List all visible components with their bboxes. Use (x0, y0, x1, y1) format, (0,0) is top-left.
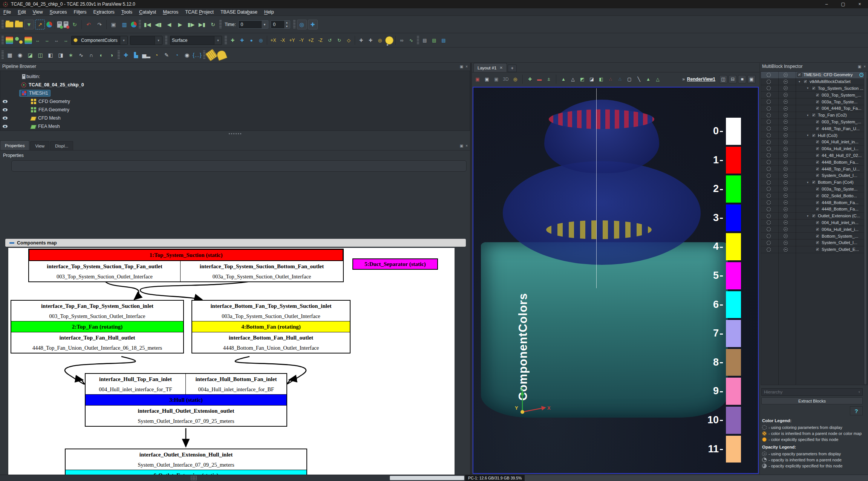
help-button[interactable]: ? (850, 406, 863, 415)
show-center-axes-button[interactable]: ✚ (366, 36, 375, 45)
block-checkbox[interactable]: ✓ (811, 133, 816, 138)
opacity-state-icon[interactable] (784, 120, 788, 124)
menu-sources[interactable]: Sources (46, 9, 70, 15)
pipeline-row[interactable]: CFD Geometry (0, 97, 470, 106)
opacity-state-icon[interactable] (784, 207, 788, 211)
visibility-eye-icon[interactable] (2, 100, 8, 103)
edit-color-map-button[interactable] (15, 36, 23, 45)
undock-icon[interactable]: ▣ (460, 144, 463, 148)
color-state-icon[interactable] (767, 200, 771, 204)
selection-subtract-button[interactable]: ▬ (535, 75, 543, 83)
hover-points-button[interactable]: ╲ (635, 75, 643, 83)
multiblock-row[interactable]: ▾✓Top_System_Suction ... (761, 85, 867, 92)
opacity-state-icon[interactable] (784, 153, 788, 157)
ruler-button[interactable] (205, 49, 217, 61)
palette-button[interactable] (130, 21, 137, 28)
select-cells-on-button[interactable]: ▲ (559, 75, 568, 83)
toolbar-grip[interactable] (293, 20, 295, 29)
vcr-loop-button[interactable]: ↻ (208, 20, 218, 29)
save-screenshot-button[interactable]: ▣ (473, 75, 482, 83)
scrollbar[interactable] (864, 72, 867, 384)
opacity-state-icon[interactable] (784, 126, 788, 131)
vcr-prev-button[interactable]: ◀▮ (153, 20, 163, 29)
expression-manager-button[interactable]: {…} (193, 51, 202, 60)
color-state-icon[interactable] (767, 133, 771, 137)
spin-up-icon[interactable]: ▴ (284, 21, 290, 25)
multiblock-row[interactable]: ✓4448_Top_Fan_U... (761, 125, 867, 132)
rotate-ccw-button[interactable]: ↺ (326, 36, 334, 45)
split-horizontal-button[interactable]: ◫ (719, 75, 727, 83)
interactive-select-cells-button[interactable]: ∴ (606, 75, 615, 83)
toolbar-grip[interactable] (165, 36, 167, 45)
chevron-down-icon[interactable]: ▾ (120, 36, 127, 45)
color-state-icon[interactable] (767, 113, 771, 117)
block-checkbox[interactable]: ✓ (815, 240, 820, 245)
expand-arrow-icon[interactable]: ▾ (807, 181, 811, 184)
histogram-button[interactable]: ▅▂ (142, 51, 151, 60)
multiblock-row[interactable]: ✓4448_Bottom_Fa... (761, 199, 867, 206)
hierarchy-select[interactable]: Hierarchy ▾ (761, 388, 863, 396)
chevron-down-icon[interactable]: ▾ (214, 36, 222, 45)
close-icon[interactable]: × (863, 65, 866, 69)
maximize-button[interactable]: ▢ (835, 0, 851, 8)
opacity-state-icon[interactable] (784, 200, 788, 204)
select-points-through-button[interactable]: ◪ (588, 75, 596, 83)
zoom-to-data-button[interactable]: ✚ (238, 36, 246, 45)
opacity-state-icon[interactable] (784, 227, 788, 231)
color-state-icon[interactable] (767, 207, 771, 211)
model-top-fan[interactable] (549, 109, 654, 129)
multiblock-row[interactable]: ✓003_Top_System_... (761, 92, 867, 98)
zoom-closest-button[interactable]: ◎ (257, 36, 265, 45)
block-checkbox[interactable]: ✓ (815, 153, 820, 158)
interactive-select-points-button[interactable]: ∴ (616, 75, 624, 83)
block-checkbox[interactable]: ✓ (815, 234, 820, 238)
expand-arrow-icon[interactable]: ▾ (807, 86, 811, 90)
pipeline-row[interactable]: CFD Mesh (0, 114, 470, 122)
opacity-state-icon[interactable] (784, 73, 788, 77)
multiblock-row[interactable]: ✓TMESH1: CFD Geometry (761, 72, 867, 78)
collapse-icon[interactable] (9, 240, 14, 245)
pipeline-row[interactable]: FEA Mesh (0, 122, 470, 131)
toolbar-grip[interactable] (417, 36, 419, 45)
block-checkbox[interactable]: ✓ (797, 72, 802, 77)
camera-path-button[interactable]: ∿ (407, 36, 415, 45)
toolbar-grip[interactable] (2, 36, 4, 45)
headlight-button[interactable] (385, 36, 393, 45)
block-checkbox[interactable]: ✓ (811, 86, 816, 91)
color-state-icon[interactable] (767, 187, 771, 191)
find-data-button[interactable]: ◉ (182, 51, 191, 60)
visibility-eye-icon[interactable] (2, 108, 8, 112)
undock-icon[interactable]: ▣ (858, 65, 861, 69)
model-bottom-fan[interactable] (546, 220, 652, 239)
chevron-down-icon[interactable]: ▾ (858, 390, 860, 394)
close-icon[interactable]: × (465, 144, 468, 148)
color-state-icon[interactable] (767, 80, 771, 84)
contour-filter-button[interactable]: ◉ (15, 51, 24, 60)
block-checkbox[interactable]: ✓ (815, 194, 820, 198)
toolbar-grip[interactable] (2, 51, 4, 60)
reset-camera-closest-button[interactable]: ● (247, 36, 256, 45)
multiblock-row[interactable]: ✓003a_Top_Syste... (761, 98, 867, 105)
render-viewport[interactable]: 01234567891011 ComponentColors Z X Y (473, 87, 759, 474)
renderview-title-link[interactable]: RenderView1 (687, 77, 715, 82)
menu-catalyst[interactable]: Catalyst (136, 9, 159, 15)
block-checkbox[interactable]: ✓ (815, 160, 820, 164)
color-state-icon[interactable] (767, 86, 771, 90)
python-calculator-button[interactable]: ◔ (172, 51, 181, 60)
reset-camera-button[interactable]: ✚ (228, 36, 237, 45)
color-state-icon[interactable] (767, 247, 771, 252)
color-state-icon[interactable] (767, 241, 771, 245)
block-checkbox[interactable]: ✓ (815, 120, 820, 124)
menu-view[interactable]: View (29, 9, 46, 15)
vcr-back-button[interactable]: ◀ (164, 20, 174, 29)
opacity-state-icon[interactable] (784, 86, 788, 90)
extract-blocks-button[interactable]: Extract Blocks (761, 397, 863, 404)
pick-center-button[interactable]: ◎ (376, 36, 384, 45)
block-checkbox[interactable]: ✓ (815, 100, 820, 104)
block-checkbox[interactable]: ✓ (815, 146, 820, 151)
multiblock-row[interactable]: ✓System_Outlet_I... (761, 240, 867, 246)
spreadsheet-button[interactable]: ▤ (421, 36, 429, 45)
vcr-first-button[interactable]: ▮◀ (142, 20, 152, 29)
color-state-icon[interactable] (767, 140, 771, 144)
use-separate-colormap-button[interactable] (24, 36, 32, 45)
